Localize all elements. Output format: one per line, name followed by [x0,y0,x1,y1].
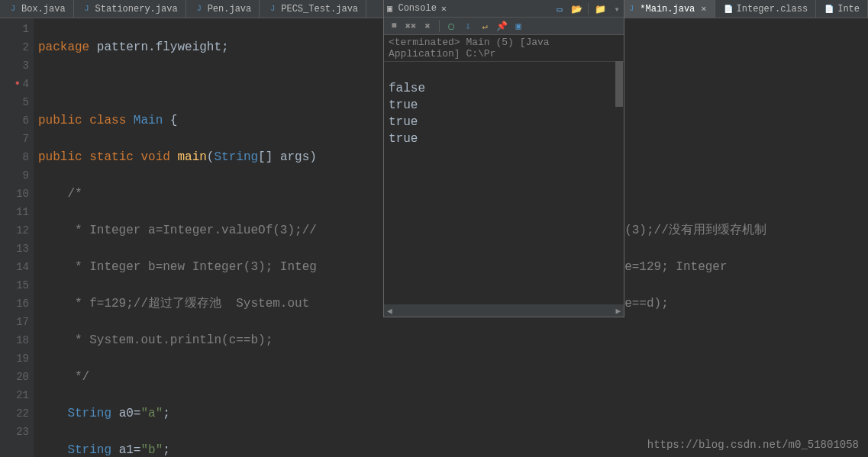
output-line: true [389,132,418,146]
external-toolbar: ▭ 📂 📁 ▾ [550,0,627,18]
close-icon[interactable]: ✕ [701,3,706,14]
line-number: 9 [2,166,29,185]
line-number: 3 [2,56,29,75]
console-icon: ▣ [387,3,392,14]
line-number: 18 [2,331,29,349]
line-number: 11 [2,203,29,221]
line-number: 7 [2,130,29,148]
pin-icon[interactable]: 📌 [495,19,508,33]
line-number: 23 [2,423,29,441]
console-status: <terminated> Main (5) [Java Application]… [384,35,624,62]
word-wrap-icon[interactable]: ↵ [478,19,492,33]
scroll-lock-icon[interactable]: ⇩ [461,19,475,33]
line-number: 12 [2,221,29,240]
close-icon[interactable]: ✕ [441,3,447,14]
scroll-right-icon[interactable]: ▶ [615,306,621,316]
tab-inte[interactable]: 📄Inte [816,0,868,18]
console-title: Console [398,3,436,14]
scrollbar-vertical[interactable] [615,61,623,107]
line-number: 10 [2,185,29,203]
watermark: https://blog.csdn.net/m0_51801058 [647,439,859,451]
class-file-icon: 📄 [723,4,734,14]
tab-label: Box.java [21,4,66,14]
tab-box[interactable]: JBox.java [0,0,74,18]
line-number: 21 [2,386,29,404]
tab-main[interactable]: J*Main.java✕ [618,0,715,18]
class-file-icon: 📄 [824,4,834,14]
java-file-icon: J [82,4,92,14]
console-toolbar: ■ ✖✖ ✖ ▢ ⇩ ↵ 📌 ▣ [384,17,624,35]
line-number: 5 [2,93,29,111]
chevron-down-icon[interactable]: ▾ [610,2,624,16]
remove-icon[interactable]: ✖ [421,19,434,33]
terminal-icon[interactable]: ▣ [511,19,525,33]
clear-icon[interactable]: ▢ [444,19,458,33]
line-number: 15 [2,276,29,294]
console-output[interactable]: false true true true [384,62,624,304]
tab-label: Pen.java [208,4,252,14]
line-number: 17 [2,313,29,331]
line-gutter: 1 2 3 4 5 6 7 8 9 10 11 12 13 14 15 16 1… [0,18,34,457]
tab-integer[interactable]: 📄Integer.class [715,0,817,18]
scrollbar-horizontal[interactable]: ◀ ▶ [384,304,624,317]
tab-label: Integer.class [737,4,808,14]
line-number: 4 [2,75,29,93]
open-icon[interactable]: 📂 [570,2,583,16]
java-file-icon: J [8,4,18,14]
line-number: 6 [2,111,29,130]
stop-icon[interactable]: ■ [387,19,401,33]
tab-pecs[interactable]: JPECS_Test.java [260,0,366,18]
display-icon[interactable]: ▭ [553,2,566,16]
java-file-icon: J [194,4,205,14]
java-file-icon: J [267,4,278,14]
java-file-icon: J [626,4,637,14]
line-number: 8 [2,148,29,166]
tab-label: PECS_Test.java [281,4,358,14]
line-number: 14 [2,258,29,276]
line-number: 13 [2,240,29,258]
tab-label: Stationery.java [95,4,178,14]
line-number: 2 [2,38,29,56]
output-line: true [389,98,418,112]
line-number: 1 [2,20,29,38]
tab-pen[interactable]: JPen.java [186,0,260,18]
tab-label: *Main.java [640,4,695,14]
tab-label: Inte [837,4,860,14]
folder-icon[interactable]: 📁 [593,2,607,16]
line-number: 22 [2,404,29,423]
line-number: 20 [2,368,29,386]
scroll-left-icon[interactable]: ◀ [387,306,392,316]
tab-stationery[interactable]: JStationery.java [74,0,186,18]
remove-all-icon[interactable]: ✖✖ [404,19,418,33]
output-line: true [389,115,418,129]
line-number: 19 [2,349,29,368]
line-number: 16 [2,294,29,313]
output-line: false [389,82,425,95]
console-panel: ▣ Console ✕ ■ ✖✖ ✖ ▢ ⇩ ↵ 📌 ▣ <terminated… [383,0,624,317]
